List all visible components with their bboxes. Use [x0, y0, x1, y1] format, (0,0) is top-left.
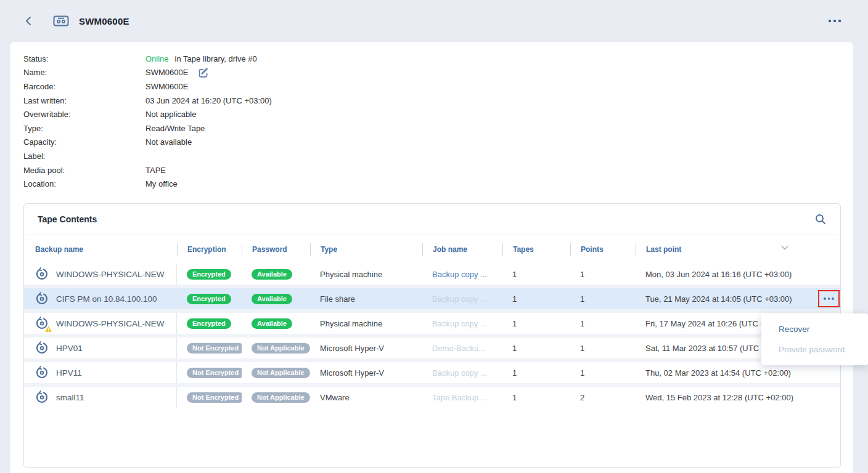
- detail-label: Type:: [23, 124, 145, 133]
- menu-item-recover[interactable]: Recover: [761, 319, 868, 339]
- tapes-count: 1: [502, 270, 570, 279]
- password-badge: Available: [252, 294, 292, 304]
- detail-label: Barcode:: [23, 82, 145, 91]
- tape-cassette-icon: [53, 15, 69, 27]
- last-point-date: Mon, 03 Jun 2024 at 16:16 (UTC +03:00): [636, 270, 818, 279]
- column-header-tapes[interactable]: Tapes: [502, 243, 570, 256]
- password-badge: Not Applicable: [252, 392, 310, 403]
- password-badge: Not Applicable: [252, 368, 310, 378]
- detail-label: Media pool:: [23, 166, 145, 175]
- points-count: 1: [570, 368, 636, 378]
- backup-name[interactable]: HPV01: [56, 344, 83, 353]
- backup-name[interactable]: small11: [56, 393, 84, 402]
- detail-label: Overwritable:: [23, 110, 145, 119]
- column-header-encryption[interactable]: Encryption: [177, 243, 242, 256]
- tapes-count: 1: [502, 319, 570, 328]
- backup-name[interactable]: CIFS PM on 10.84.100.100: [56, 294, 157, 304]
- table-rows: WINDOWS-PHYSICAL-NEW Encrypted Available…: [24, 264, 840, 408]
- table-row[interactable]: WINDOWS-PHYSICAL-NEW Encrypted Available…: [24, 313, 840, 334]
- menu-item-provide-password[interactable]: Provide password: [761, 339, 868, 360]
- detail-label: Name:: [23, 68, 145, 77]
- job-name-link[interactable]: Backup copy ...: [422, 294, 502, 304]
- encryption-badge: Not Encrypted: [187, 343, 242, 354]
- password-badge: Available: [252, 269, 292, 280]
- column-header-job-name[interactable]: Job name: [422, 243, 502, 256]
- detail-value: My office: [145, 179, 178, 188]
- job-name-link[interactable]: Demo-Backu...: [422, 344, 502, 353]
- backup-icon: [35, 390, 49, 404]
- column-header-type[interactable]: Type: [310, 243, 422, 256]
- backup-icon: [35, 366, 49, 379]
- top-bar: SWM0600E: [0, 0, 868, 42]
- detail-value-extra: in Tape library, drive #0: [175, 54, 257, 63]
- detail-value: 03 Jun 2024 at 16:20 (UTC +03:00): [145, 96, 272, 105]
- detail-label: Capacity:: [23, 137, 145, 147]
- points-count: 1: [570, 319, 636, 328]
- detail-row: Name: SWM0600E: [23, 66, 853, 80]
- tape-details: Status: Online in Tape library, drive #0…: [10, 42, 853, 191]
- tapes-count: 1: [502, 393, 570, 402]
- detail-value: Not available: [145, 137, 192, 147]
- detail-value: TAPE: [145, 166, 166, 175]
- backup-type: VMware: [310, 393, 422, 402]
- encryption-badge: Not Encrypted: [187, 368, 242, 378]
- points-count: 1: [570, 344, 636, 353]
- detail-value: Not applicable: [145, 110, 196, 119]
- table-row[interactable]: CIFS PM on 10.84.100.100 Encrypted Avail…: [24, 288, 840, 309]
- column-header-last-point[interactable]: Last point: [636, 243, 818, 256]
- detail-row: Location: My office: [23, 177, 853, 191]
- tapes-count: 1: [502, 294, 570, 304]
- detail-value: SWM0600E: [145, 68, 188, 77]
- row-actions-button[interactable]: [818, 290, 840, 307]
- table-header: Backup name Encryption Password Type Job…: [24, 235, 840, 264]
- table-row[interactable]: small11 Not Encrypted.. Not Applicable. …: [24, 387, 840, 408]
- detail-value: Online: [145, 54, 169, 63]
- tapes-count: 1: [502, 344, 570, 353]
- column-header-backup-name[interactable]: Backup name: [24, 243, 177, 256]
- column-header-points[interactable]: Points: [570, 243, 636, 256]
- chevron-left-icon: [24, 16, 33, 26]
- detail-row: Barcode: SWM0600E: [23, 79, 853, 94]
- job-name-link[interactable]: Backup copy ...: [422, 368, 502, 378]
- password-badge: Available: [252, 318, 292, 329]
- edit-icon: [198, 67, 209, 78]
- edit-name-button[interactable]: [198, 67, 209, 78]
- job-name-link[interactable]: Tape Backup ...: [422, 393, 502, 402]
- last-point-date: Tue, 21 May 2024 at 14:05 (UTC +03:00): [636, 294, 818, 304]
- detail-row: Last written: 03 Jun 2024 at 16:20 (UTC …: [23, 94, 853, 108]
- more-actions-button[interactable]: [825, 16, 845, 26]
- detail-row: Status: Online in Tape library, drive #0: [23, 52, 853, 66]
- column-header-password[interactable]: Password: [242, 243, 310, 256]
- search-icon: [814, 213, 827, 225]
- table-row[interactable]: WINDOWS-PHYSICAL-NEW Encrypted Available…: [24, 264, 840, 285]
- detail-value: SWM0600E: [145, 82, 188, 91]
- detail-row: Type: Read/Write Tape: [23, 121, 853, 135]
- search-button[interactable]: [814, 213, 827, 225]
- detail-label: Status:: [23, 54, 145, 63]
- last-point-date: Thu, 02 Mar 2023 at 14:54 (UTC +02:00): [636, 368, 818, 378]
- detail-label: Location:: [23, 179, 145, 188]
- encryption-badge: Not Encrypted: [187, 392, 242, 403]
- detail-row: Capacity: Not available: [23, 135, 853, 150]
- warning-icon: [44, 325, 52, 333]
- detail-value: Read/Write Tape: [145, 124, 205, 133]
- back-button[interactable]: [21, 14, 36, 28]
- backup-icon: [35, 341, 49, 355]
- sort-chevron-down-icon: [781, 245, 788, 250]
- job-name-link[interactable]: Backup copy ...: [422, 319, 502, 328]
- main-panel: Status: Online in Tape library, drive #0…: [10, 42, 853, 473]
- table-row[interactable]: HPV11 Not Encrypted.. Not Applicable. Mi…: [24, 362, 840, 383]
- detail-label: Last written:: [23, 96, 145, 105]
- password-badge: Not Applicable: [252, 343, 310, 354]
- backup-type: Microsoft Hyper-V: [310, 344, 422, 353]
- backup-name[interactable]: WINDOWS-PHYSICAL-NEW: [56, 319, 165, 328]
- encryption-badge: Encrypted: [187, 294, 231, 304]
- job-name-link[interactable]: Backup copy ...: [422, 270, 502, 279]
- encryption-badge: Encrypted: [187, 318, 231, 329]
- tapes-count: 1: [502, 368, 570, 378]
- table-row[interactable]: HPV01 Not Encrypted.. Not Applicable. Mi…: [24, 338, 840, 358]
- backup-name[interactable]: WINDOWS-PHYSICAL-NEW: [56, 270, 165, 279]
- tape-contents-panel: Tape Contents Backup name Encryption Pas…: [23, 203, 841, 468]
- backup-icon: [35, 317, 49, 330]
- backup-name[interactable]: HPV11: [56, 368, 82, 378]
